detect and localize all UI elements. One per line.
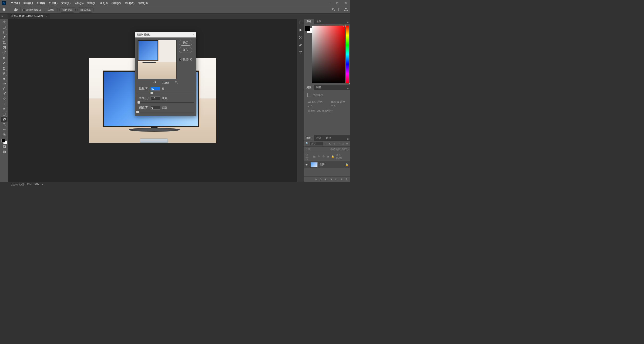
threshold-slider[interactable]: [138, 112, 194, 112]
lock-all-icon[interactable]: 🔒: [331, 155, 334, 158]
menu-item[interactable]: 3D(D): [98, 0, 110, 6]
link-layers-icon[interactable]: ⬘: [314, 178, 317, 181]
blend-mode-select[interactable]: 正常: [306, 148, 320, 151]
hue-slider[interactable]: [346, 26, 349, 83]
document-tab[interactable]: 电视2.jpg @ 100%(RGB/8#) * ×: [8, 13, 50, 19]
filter-adjust-icon[interactable]: ◐: [328, 142, 332, 145]
eraser-tool[interactable]: [1, 76, 8, 81]
threshold-input[interactable]: [150, 106, 160, 110]
edit-toolbar-tool[interactable]: [1, 132, 8, 137]
crop-tool[interactable]: [1, 40, 8, 45]
clone-tool[interactable]: [1, 66, 8, 71]
status-arrow-icon[interactable]: ▸: [42, 183, 44, 186]
hand-tool-icon[interactable]: ▾: [13, 7, 18, 13]
amount-input[interactable]: [150, 87, 160, 91]
filter-shape-icon[interactable]: ▱: [337, 142, 340, 145]
filter-toggle-icon[interactable]: ⊟: [345, 142, 348, 145]
menu-item[interactable]: 窗口(W): [122, 0, 136, 6]
screen-mode-tool[interactable]: [1, 149, 8, 155]
new-layer-icon[interactable]: ⊞: [340, 178, 343, 181]
lock-artboard-icon[interactable]: ▣: [326, 155, 330, 158]
tab-layers[interactable]: 图层: [304, 135, 314, 141]
gradient-tool[interactable]: [1, 81, 8, 86]
menu-item[interactable]: 滤镜(T): [86, 0, 98, 6]
reset-button[interactable]: 复位: [179, 47, 192, 53]
zoom-tool[interactable]: [1, 122, 8, 127]
document-tab-close[interactable]: ×: [46, 15, 47, 18]
filter-search-icon[interactable]: 🔍: [306, 142, 309, 145]
panel-actions-icon[interactable]: [298, 28, 303, 32]
ok-button[interactable]: 确定: [179, 40, 192, 46]
new-group-icon[interactable]: 🗀: [334, 178, 338, 181]
ellipsis-tool[interactable]: [1, 127, 8, 132]
layer-row-background[interactable]: 👁 背景 🔒: [304, 161, 350, 168]
marquee-tool[interactable]: [1, 25, 8, 30]
tab-expand-icon[interactable]: »: [2, 15, 3, 18]
tab-color[interactable]: 颜色: [304, 19, 314, 24]
panel-menu-icon[interactable]: ≡: [346, 137, 350, 141]
window-close[interactable]: ✕: [342, 0, 350, 6]
menu-item[interactable]: 文件(F): [9, 0, 22, 6]
radius-input[interactable]: [150, 96, 160, 100]
opacity-field[interactable]: 100%: [342, 148, 348, 151]
menu-item[interactable]: 图层(L): [47, 0, 60, 6]
preview-checkbox[interactable]: ✓ 预览(P): [179, 58, 192, 62]
lock-position-icon[interactable]: ✥: [322, 155, 325, 158]
filter-type-icon[interactable]: T: [333, 142, 336, 145]
window-maximize[interactable]: □: [333, 0, 342, 6]
zoom-in-icon[interactable]: [175, 81, 178, 85]
status-docinfo[interactable]: 文档:1.91M/1.91M: [16, 183, 39, 186]
scroll-all-windows-checkbox[interactable]: 滚动所有窗口: [22, 8, 41, 12]
panel-menu-icon[interactable]: ≡: [346, 87, 350, 90]
filter-pixel-icon[interactable]: ▭: [324, 142, 328, 145]
pen-tool[interactable]: [1, 96, 8, 102]
menu-item[interactable]: 选择(S): [72, 0, 86, 6]
share-icon[interactable]: [344, 8, 348, 12]
panel-menu-icon[interactable]: ≡: [346, 21, 350, 24]
tab-adjustments[interactable]: 调整: [314, 85, 324, 90]
panel-info-icon[interactable]: [298, 35, 303, 40]
color-swatches[interactable]: [2, 139, 7, 144]
window-minimize[interactable]: —: [325, 0, 333, 6]
search-icon[interactable]: [332, 8, 336, 12]
frame-tool[interactable]: [1, 45, 8, 50]
menu-item[interactable]: 文字(Y): [59, 0, 72, 6]
home-icon[interactable]: [2, 8, 6, 12]
blur-tool[interactable]: [1, 86, 8, 91]
menu-item[interactable]: 编辑(E): [22, 0, 35, 6]
layer-filter-input[interactable]: [310, 142, 324, 145]
fg-color-swatch[interactable]: [305, 26, 310, 31]
tab-swatches[interactable]: 色板: [314, 19, 324, 24]
quick-mask-tool[interactable]: [1, 144, 8, 149]
zoom-out-icon[interactable]: [153, 81, 156, 85]
status-zoom[interactable]: 100%: [2, 183, 16, 186]
tab-paths[interactable]: 路径: [324, 135, 334, 141]
color-picker-field[interactable]: [312, 26, 345, 83]
dodge-tool[interactable]: [1, 91, 8, 96]
lock-paint-icon[interactable]: ✎: [317, 155, 320, 158]
panel-history-icon[interactable]: [298, 21, 303, 25]
radius-slider[interactable]: [138, 102, 194, 103]
new-adjustment-icon[interactable]: ◑: [330, 178, 333, 181]
panel-brush-icon[interactable]: [298, 43, 303, 47]
move-tool[interactable]: [1, 20, 8, 25]
zoom-level-box[interactable]: 100%: [44, 8, 58, 12]
brush-tool[interactable]: [1, 61, 8, 66]
lock-pixels-icon[interactable]: ▦: [313, 155, 316, 158]
layer-mask-icon[interactable]: ◐: [324, 178, 328, 181]
menu-item[interactable]: 视图(V): [110, 0, 122, 6]
dialog-close-button[interactable]: ✕: [192, 33, 194, 36]
filter-smart-icon[interactable]: ◫: [341, 142, 344, 145]
menu-item[interactable]: 图像(I): [35, 0, 46, 6]
layer-fx-icon[interactable]: fx: [319, 178, 322, 181]
eyedropper-tool[interactable]: [1, 50, 8, 55]
dialog-preview[interactable]: [138, 40, 176, 79]
amount-slider[interactable]: [138, 93, 194, 93]
tab-properties[interactable]: 属性: [304, 85, 314, 90]
fill-field[interactable]: 100%: [336, 157, 342, 160]
path-select-tool[interactable]: [1, 107, 8, 112]
panel-adjustments-icon[interactable]: [298, 50, 303, 55]
tab-channels[interactable]: 通道: [314, 135, 324, 141]
visibility-icon[interactable]: 👁: [306, 163, 309, 166]
history-brush-tool[interactable]: [1, 71, 8, 76]
